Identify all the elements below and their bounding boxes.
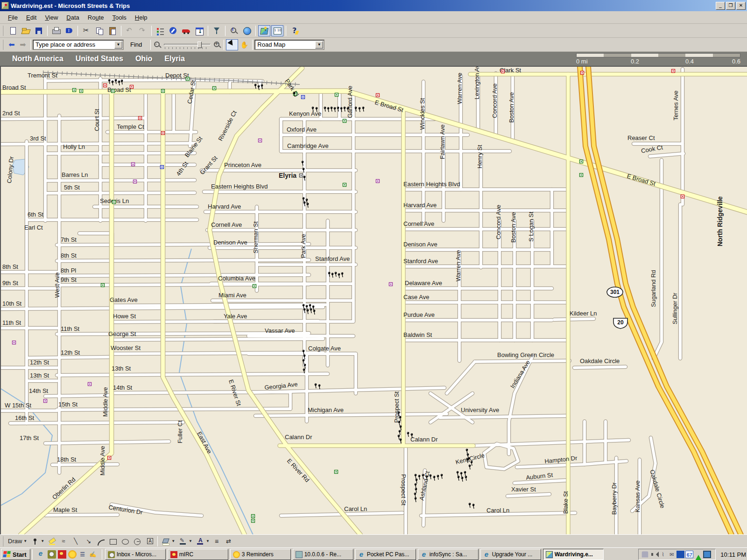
zoom-slider[interactable] xyxy=(164,41,211,49)
poi-marker[interactable] xyxy=(101,284,105,287)
breadcrumb-elyria[interactable]: Elyria xyxy=(164,55,185,63)
poi-marker[interactable] xyxy=(139,117,142,120)
toolbar-grip[interactable] xyxy=(2,26,4,36)
tray-cpu-icon[interactable]: 67 xyxy=(685,551,693,558)
quick-launch-mirc-icon[interactable] xyxy=(58,550,66,559)
taskbar-task-infosync-sa-[interactable]: infoSync : Sa... xyxy=(418,549,479,560)
arrow-style-button[interactable] xyxy=(224,536,235,546)
poi-marker[interactable] xyxy=(132,163,135,166)
poi-marker[interactable] xyxy=(501,70,505,73)
poi-marker[interactable] xyxy=(104,84,107,87)
place-search-combobox[interactable]: Type place or address ▼ xyxy=(33,40,124,50)
find-nearby-button[interactable]: i xyxy=(228,25,240,36)
draw-menu-button[interactable]: Draw▼ xyxy=(7,536,28,546)
map-style-combobox[interactable]: Road Map ▼ xyxy=(254,40,324,50)
address-book-button[interactable] xyxy=(63,25,75,36)
poi-marker[interactable] xyxy=(112,90,115,93)
poi-marker[interactable] xyxy=(581,71,584,75)
tray-display-icon[interactable] xyxy=(703,551,711,558)
line-tool-button[interactable] xyxy=(71,536,82,546)
poi-marker[interactable] xyxy=(73,89,76,92)
menu-tools[interactable]: Tools xyxy=(108,12,131,23)
map-canvas[interactable]: Tremont StBroad StBroad StDepot StClark … xyxy=(1,67,747,534)
taskbar-task-3-reminders[interactable]: 3 Reminders xyxy=(230,549,291,560)
cut-button[interactable] xyxy=(80,25,92,36)
find-button[interactable]: Find xyxy=(127,40,146,49)
start-button[interactable]: Start xyxy=(1,549,30,560)
arrow-tool-button[interactable] xyxy=(83,536,94,546)
map-viewport[interactable]: Tremont StBroad StBroad StDepot StClark … xyxy=(0,66,747,534)
poi-marker[interactable] xyxy=(335,93,338,97)
quick-launch-notepad-icon[interactable]: ✍ xyxy=(89,550,97,559)
poi-marker[interactable] xyxy=(252,519,255,523)
fill-color-button[interactable]: ▼ xyxy=(160,536,176,546)
poi-marker[interactable] xyxy=(580,160,583,163)
poi-marker[interactable] xyxy=(130,85,134,89)
poi-marker[interactable] xyxy=(343,183,346,187)
taskbar-task-inbox-micros-[interactable]: Inbox - Micros... xyxy=(105,549,166,560)
tray-mail-icon[interactable]: ✉ xyxy=(668,551,676,558)
forward-button[interactable]: ➡ xyxy=(17,40,28,49)
export-territory-button[interactable] xyxy=(211,25,223,36)
poi-marker[interactable] xyxy=(253,285,256,288)
redo-button[interactable] xyxy=(137,25,149,36)
route-car-button[interactable] xyxy=(180,25,192,36)
pushpin-tool-button[interactable]: ▼ xyxy=(29,536,46,546)
taskbar-task-pocket-pc-pas-[interactable]: Pocket PC Pas... xyxy=(355,549,416,560)
poi-marker[interactable] xyxy=(161,166,164,169)
scribble-tool-button[interactable] xyxy=(59,536,70,546)
breadcrumb-united-states[interactable]: United States xyxy=(76,55,123,63)
menu-edit[interactable]: Edit xyxy=(22,12,41,23)
quick-launch-inbox-icon[interactable] xyxy=(48,550,56,559)
breadcrumb-north-america[interactable]: North America xyxy=(12,55,63,63)
poi-marker[interactable] xyxy=(376,180,380,183)
tray-wand-icon[interactable]: ⌇ xyxy=(659,551,667,558)
open-folder-button[interactable] xyxy=(20,25,32,36)
back-button[interactable]: ⬅ xyxy=(6,40,17,49)
undo-button[interactable] xyxy=(124,25,136,36)
map-style-value[interactable]: Road Map xyxy=(255,41,315,48)
measure-pane-button[interactable] xyxy=(271,25,283,36)
tray-speaker-icon[interactable] xyxy=(650,551,658,558)
paste-button[interactable] xyxy=(106,25,119,36)
highlight-tool-button[interactable] xyxy=(47,536,58,546)
help-button[interactable] xyxy=(289,25,301,36)
poi-marker[interactable] xyxy=(113,201,116,204)
directions-compass-button[interactable] xyxy=(167,25,179,36)
poi-marker[interactable] xyxy=(343,119,346,123)
toolbar-grip[interactable] xyxy=(2,536,4,546)
pushpins-pane-button[interactable] xyxy=(258,25,270,36)
legend-button[interactable] xyxy=(154,25,166,36)
tray-device-icon[interactable] xyxy=(642,552,648,558)
select-tool-button[interactable] xyxy=(226,39,238,50)
copy-button[interactable] xyxy=(93,25,106,36)
poi-marker[interactable] xyxy=(162,90,165,93)
poi-marker[interactable] xyxy=(213,87,216,90)
poi-marker[interactable] xyxy=(300,174,303,177)
breadcrumb-ohio[interactable]: Ohio xyxy=(135,55,152,63)
quick-launch-reminders-icon[interactable] xyxy=(68,550,77,559)
poi-marker[interactable] xyxy=(389,283,393,286)
chevron-down-icon[interactable]: ▼ xyxy=(315,41,323,49)
rectangle-tool-button[interactable] xyxy=(107,536,119,546)
poi-marker[interactable] xyxy=(186,77,190,81)
quick-launch-ie-icon[interactable] xyxy=(37,550,46,559)
zoom-in-icon[interactable]: + xyxy=(212,40,222,49)
poi-marker[interactable] xyxy=(335,470,338,474)
poi-marker[interactable] xyxy=(681,195,684,198)
oval-tool-button[interactable] xyxy=(120,536,131,546)
poi-marker[interactable] xyxy=(44,399,47,403)
font-color-button[interactable]: ▼ xyxy=(195,536,211,546)
tray-nc-icon[interactable] xyxy=(677,551,684,558)
menu-view[interactable]: View xyxy=(41,12,62,23)
taskbar-task-upgrade-your-[interactable]: Upgrade Your ... xyxy=(480,549,541,560)
poi-marker[interactable] xyxy=(13,341,16,344)
minimize-button[interactable]: _ xyxy=(716,2,725,10)
poi-marker[interactable] xyxy=(108,456,111,460)
import-wizard-button[interactable] xyxy=(193,25,205,36)
poi-marker[interactable] xyxy=(259,139,262,142)
chevron-down-icon[interactable]: ▼ xyxy=(114,41,122,49)
textbox-tool-button[interactable] xyxy=(144,536,155,546)
poi-marker[interactable] xyxy=(162,132,165,135)
radius-tool-button[interactable] xyxy=(132,536,143,546)
